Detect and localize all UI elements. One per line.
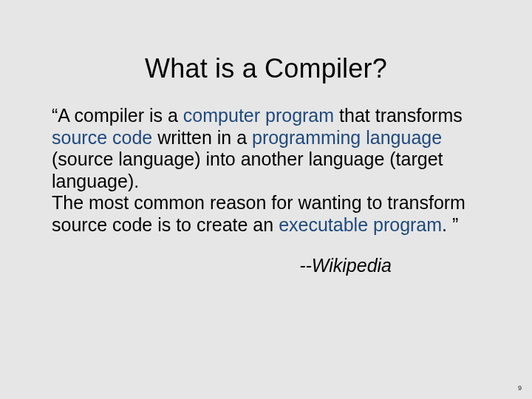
link-programming-language[interactable]: programming language — [252, 127, 442, 148]
link-source-code[interactable]: source code — [52, 127, 152, 148]
text-segment: . ” — [442, 214, 458, 235]
paragraph-2: The most common reason for wanting to tr… — [52, 192, 480, 236]
paragraph-1: “A compiler is a computer program that t… — [52, 105, 480, 192]
text-segment: “A compiler is a — [52, 105, 183, 126]
slide-body: “A compiler is a computer program that t… — [0, 105, 532, 277]
link-executable-program[interactable]: executable program — [279, 214, 442, 235]
attribution: --Wikipedia — [52, 255, 480, 277]
link-computer-program[interactable]: computer program — [183, 105, 334, 126]
slide: What is a Compiler? “A compiler is a com… — [0, 0, 532, 399]
text-segment: written in a — [152, 127, 252, 148]
slide-title: What is a Compiler? — [0, 0, 532, 105]
text-segment: that transforms — [334, 105, 463, 126]
page-number: 9 — [518, 384, 522, 392]
text-segment: (source language) into another language … — [52, 149, 443, 191]
